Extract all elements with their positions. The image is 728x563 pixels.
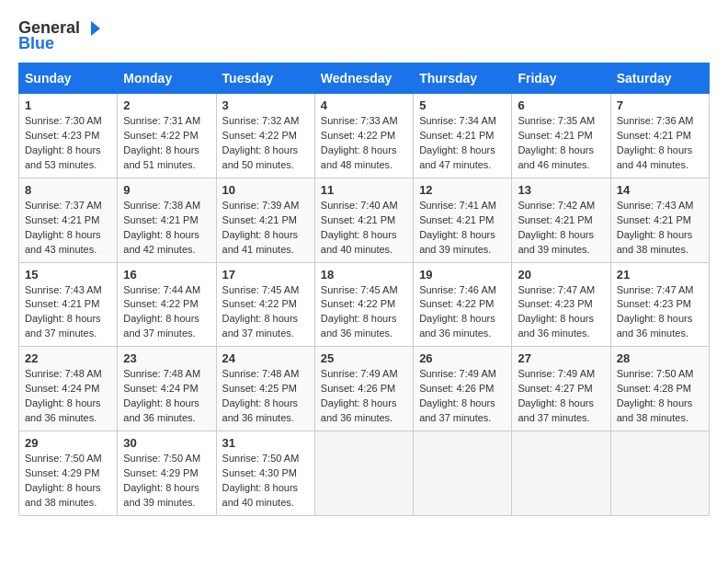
calendar-cell: 23 Sunrise: 7:48 AM Sunset: 4:24 PM Dayl…: [118, 347, 216, 431]
calendar-cell: 24 Sunrise: 7:48 AM Sunset: 4:25 PM Dayl…: [216, 347, 314, 431]
calendar-cell: 3 Sunrise: 7:32 AM Sunset: 4:22 PM Dayli…: [216, 94, 314, 178]
day-number: 25: [321, 351, 407, 365]
day-number: 4: [321, 98, 407, 112]
logo-blue: Blue: [18, 34, 54, 53]
day-number: 28: [617, 351, 703, 365]
day-info: Sunrise: 7:32 AM Sunset: 4:22 PM Dayligh…: [222, 114, 309, 173]
calendar-cell: 4 Sunrise: 7:33 AM Sunset: 4:22 PM Dayli…: [314, 94, 413, 178]
calendar-cell: 9 Sunrise: 7:38 AM Sunset: 4:21 PM Dayli…: [118, 178, 216, 262]
calendar-cell: 10 Sunrise: 7:39 AM Sunset: 4:21 PM Dayl…: [216, 178, 314, 262]
calendar-cell: [314, 431, 413, 516]
day-number: 11: [321, 183, 407, 197]
day-info: Sunrise: 7:40 AM Sunset: 4:21 PM Dayligh…: [321, 199, 407, 258]
day-number: 22: [25, 351, 111, 365]
calendar-cell: 1 Sunrise: 7:30 AM Sunset: 4:23 PM Dayli…: [19, 94, 118, 178]
calendar-cell: 14 Sunrise: 7:43 AM Sunset: 4:21 PM Dayl…: [610, 178, 709, 262]
day-number: 3: [222, 98, 309, 112]
day-info: Sunrise: 7:43 AM Sunset: 4:21 PM Dayligh…: [617, 199, 703, 258]
day-info: Sunrise: 7:35 AM Sunset: 4:21 PM Dayligh…: [518, 114, 604, 173]
day-info: Sunrise: 7:48 AM Sunset: 4:24 PM Dayligh…: [25, 367, 111, 426]
day-info: Sunrise: 7:36 AM Sunset: 4:21 PM Dayligh…: [617, 114, 703, 173]
calendar-cell: 28 Sunrise: 7:50 AM Sunset: 4:28 PM Dayl…: [610, 347, 709, 431]
day-info: Sunrise: 7:50 AM Sunset: 4:28 PM Dayligh…: [617, 367, 703, 426]
calendar-cell: 8 Sunrise: 7:37 AM Sunset: 4:21 PM Dayli…: [19, 178, 118, 262]
day-info: Sunrise: 7:41 AM Sunset: 4:21 PM Dayligh…: [419, 199, 506, 258]
calendar-cell: 27 Sunrise: 7:49 AM Sunset: 4:27 PM Dayl…: [512, 347, 610, 431]
calendar-cell: [414, 431, 512, 516]
day-info: Sunrise: 7:38 AM Sunset: 4:21 PM Dayligh…: [123, 199, 210, 258]
day-info: Sunrise: 7:34 AM Sunset: 4:21 PM Dayligh…: [419, 114, 506, 173]
day-number: 30: [123, 436, 210, 450]
day-number: 15: [25, 268, 111, 282]
weekday-header-wednesday: Wednesday: [314, 63, 413, 94]
calendar-cell: [610, 431, 709, 516]
calendar-cell: 5 Sunrise: 7:34 AM Sunset: 4:21 PM Dayli…: [414, 94, 512, 178]
day-number: 23: [123, 351, 210, 365]
day-info: Sunrise: 7:46 AM Sunset: 4:22 PM Dayligh…: [419, 283, 506, 342]
day-number: 20: [518, 268, 604, 282]
day-number: 10: [222, 183, 309, 197]
calendar-cell: [512, 431, 610, 516]
day-number: 13: [518, 183, 604, 197]
calendar-cell: 29 Sunrise: 7:50 AM Sunset: 4:29 PM Dayl…: [19, 431, 118, 516]
weekday-header-monday: Monday: [118, 63, 216, 94]
day-number: 29: [25, 436, 111, 450]
day-info: Sunrise: 7:48 AM Sunset: 4:25 PM Dayligh…: [222, 367, 309, 426]
calendar-cell: 16 Sunrise: 7:44 AM Sunset: 4:22 PM Dayl…: [118, 262, 216, 347]
day-info: Sunrise: 7:48 AM Sunset: 4:24 PM Dayligh…: [123, 367, 210, 426]
calendar-cell: 12 Sunrise: 7:41 AM Sunset: 4:21 PM Dayl…: [414, 178, 512, 262]
logo-bird-icon: [82, 19, 100, 38]
svg-marker-0: [91, 21, 100, 36]
day-number: 26: [419, 351, 506, 365]
day-info: Sunrise: 7:45 AM Sunset: 4:22 PM Dayligh…: [321, 283, 407, 342]
weekday-header-saturday: Saturday: [610, 63, 709, 94]
day-number: 17: [222, 268, 309, 282]
day-info: Sunrise: 7:30 AM Sunset: 4:23 PM Dayligh…: [25, 114, 111, 173]
day-info: Sunrise: 7:31 AM Sunset: 4:22 PM Dayligh…: [123, 114, 210, 173]
day-info: Sunrise: 7:49 AM Sunset: 4:26 PM Dayligh…: [419, 367, 506, 426]
day-number: 2: [123, 98, 210, 112]
day-info: Sunrise: 7:49 AM Sunset: 4:27 PM Dayligh…: [518, 367, 604, 426]
day-number: 1: [25, 98, 111, 112]
day-info: Sunrise: 7:50 AM Sunset: 4:29 PM Dayligh…: [25, 452, 111, 511]
logo: General Blue: [18, 18, 100, 53]
day-number: 21: [617, 268, 703, 282]
weekday-header-row: SundayMondayTuesdayWednesdayThursdayFrid…: [19, 63, 710, 94]
calendar-cell: 20 Sunrise: 7:47 AM Sunset: 4:23 PM Dayl…: [512, 262, 610, 347]
day-number: 8: [25, 183, 111, 197]
day-info: Sunrise: 7:49 AM Sunset: 4:26 PM Dayligh…: [321, 367, 407, 426]
weekday-header-sunday: Sunday: [19, 63, 118, 94]
weekday-header-thursday: Thursday: [414, 63, 512, 94]
calendar-cell: 31 Sunrise: 7:50 AM Sunset: 4:30 PM Dayl…: [216, 431, 314, 516]
day-info: Sunrise: 7:44 AM Sunset: 4:22 PM Dayligh…: [123, 283, 210, 342]
day-info: Sunrise: 7:42 AM Sunset: 4:21 PM Dayligh…: [518, 199, 604, 258]
day-number: 12: [419, 183, 506, 197]
calendar-cell: 18 Sunrise: 7:45 AM Sunset: 4:22 PM Dayl…: [314, 262, 413, 347]
day-number: 18: [321, 268, 407, 282]
day-number: 27: [518, 351, 604, 365]
calendar-cell: 6 Sunrise: 7:35 AM Sunset: 4:21 PM Dayli…: [512, 94, 610, 178]
day-info: Sunrise: 7:47 AM Sunset: 4:23 PM Dayligh…: [518, 283, 604, 342]
day-number: 31: [222, 436, 309, 450]
calendar-cell: 7 Sunrise: 7:36 AM Sunset: 4:21 PM Dayli…: [610, 94, 709, 178]
day-number: 7: [617, 98, 703, 112]
calendar-week-2: 8 Sunrise: 7:37 AM Sunset: 4:21 PM Dayli…: [19, 178, 710, 262]
calendar-table: SundayMondayTuesdayWednesdayThursdayFrid…: [18, 63, 710, 516]
calendar-cell: 30 Sunrise: 7:50 AM Sunset: 4:29 PM Dayl…: [118, 431, 216, 516]
day-number: 14: [617, 183, 703, 197]
page-header: General Blue: [18, 18, 710, 53]
weekday-header-friday: Friday: [512, 63, 610, 94]
day-info: Sunrise: 7:33 AM Sunset: 4:22 PM Dayligh…: [321, 114, 407, 173]
calendar-cell: 22 Sunrise: 7:48 AM Sunset: 4:24 PM Dayl…: [19, 347, 118, 431]
day-info: Sunrise: 7:50 AM Sunset: 4:29 PM Dayligh…: [123, 452, 210, 511]
day-number: 6: [518, 98, 604, 112]
day-info: Sunrise: 7:43 AM Sunset: 4:21 PM Dayligh…: [25, 283, 111, 342]
day-number: 16: [123, 268, 210, 282]
day-number: 9: [123, 183, 210, 197]
weekday-header-tuesday: Tuesday: [216, 63, 314, 94]
calendar-cell: 2 Sunrise: 7:31 AM Sunset: 4:22 PM Dayli…: [118, 94, 216, 178]
day-number: 24: [222, 351, 309, 365]
day-info: Sunrise: 7:47 AM Sunset: 4:23 PM Dayligh…: [617, 283, 703, 342]
calendar-cell: 17 Sunrise: 7:45 AM Sunset: 4:22 PM Dayl…: [216, 262, 314, 347]
calendar-week-1: 1 Sunrise: 7:30 AM Sunset: 4:23 PM Dayli…: [19, 94, 710, 178]
